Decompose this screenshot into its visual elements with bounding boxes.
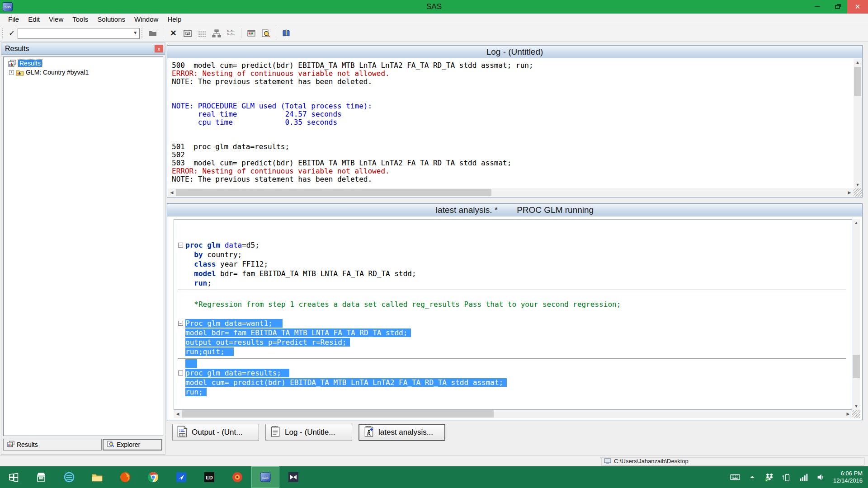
resize-grip[interactable] (852, 410, 860, 418)
code-text: model cum= predict(bdr) EBITDA_TA MTB Ln… (185, 378, 507, 387)
hierarchy-icon[interactable] (211, 28, 222, 39)
submit-check-button[interactable]: ✓ (9, 28, 15, 38)
menu-tools[interactable]: Tools (68, 14, 93, 24)
scroll-left-icon[interactable]: ◀ (168, 189, 176, 196)
scroll-down-icon[interactable]: ▼ (852, 403, 860, 410)
scroll-down-icon[interactable]: ▼ (854, 181, 862, 188)
keyboard-icon[interactable] (730, 472, 740, 482)
code-line[interactable]: model bdr= fam EBITDA_TA MTB LNTA FA_TA … (178, 328, 852, 338)
log-horizontal-scrollbar[interactable]: ◀ ▶ (168, 188, 854, 197)
editor-window-titlebar[interactable]: latest analysis. * PROC GLM running (167, 204, 862, 216)
taskbar-app-sas[interactable]: sas (251, 466, 279, 488)
window-button-log[interactable]: Log - (Untitle... (265, 424, 352, 441)
scroll-left-icon[interactable]: ◀ (174, 410, 182, 418)
taskbar-app-store[interactable] (27, 466, 55, 488)
scroll-right-icon[interactable]: ▶ (845, 189, 854, 196)
code-line[interactable] (178, 231, 852, 240)
panel-close-button[interactable]: x (155, 45, 163, 52)
code-line[interactable]: −proc glm data=d5; (178, 240, 852, 250)
log-vertical-scrollbar[interactable]: ▲ ▼ (854, 59, 862, 188)
taskbar-app-ed[interactable]: ED (195, 466, 223, 488)
results-tree[interactable]: Results+GLM: Country #byval1 (3, 56, 163, 436)
code-line[interactable]: −Proc glm data=want1; (178, 319, 852, 328)
scroll-up-icon[interactable]: ▲ (854, 59, 862, 66)
start-button[interactable] (0, 466, 27, 488)
code-line[interactable]: model bdr= fam EBITDA_TA MTB LNTA FA_TA … (178, 269, 852, 278)
menu-file[interactable]: File (4, 14, 24, 24)
log-content[interactable]: 500 model cum= predict(bdr) EBITDA_TA MT… (168, 59, 854, 188)
scrollbar-thumb[interactable] (853, 355, 860, 378)
code-line[interactable] (178, 309, 852, 319)
taskbar-app-app-blue[interactable] (167, 466, 195, 488)
scrollbar-thumb[interactable] (182, 410, 494, 418)
editor-content[interactable]: −proc glm data=d5; by country; class yea… (174, 220, 852, 397)
window-button-editor[interactable]: latest analysis... (359, 424, 445, 441)
menu-help[interactable]: Help (163, 14, 186, 24)
log-window-titlebar[interactable]: Log - (Untitled) (167, 46, 862, 58)
code-line[interactable]: *Regression from step 1 creates a data s… (178, 300, 852, 309)
close-button[interactable]: ✕ (847, 0, 868, 14)
battery-icon[interactable] (782, 472, 792, 482)
taskbar-app-chrome[interactable] (139, 466, 167, 488)
collapse-toggle-icon[interactable]: − (178, 371, 183, 375)
command-input[interactable]: ▼ (18, 28, 140, 39)
taskbar-app-app-dark[interactable] (279, 466, 307, 488)
menu-window[interactable]: Window (130, 14, 163, 24)
panel-tab-explorer[interactable]: Explorer (103, 439, 162, 450)
resize-grip[interactable] (854, 188, 862, 197)
expand-icon[interactable]: + (9, 70, 14, 75)
minimize-button[interactable] (807, 0, 827, 14)
code-line[interactable]: run; (178, 387, 852, 397)
toolbar-grip2[interactable] (142, 28, 144, 38)
taskbar-app-firefox[interactable] (111, 466, 139, 488)
scroll-right-icon[interactable]: ▶ (844, 410, 852, 418)
volume-icon[interactable] (816, 472, 826, 482)
open-folder-icon[interactable] (147, 28, 159, 39)
title-bar[interactable]: sas SAS ✕ (0, 0, 868, 14)
code-line[interactable] (178, 359, 852, 368)
save-window-icon[interactable] (182, 28, 193, 39)
menu-edit[interactable]: Edit (24, 14, 44, 24)
code-line[interactable]: model cum= predict(bdr) EBITDA_TA MTB Ln… (178, 378, 852, 387)
code-line[interactable] (178, 290, 852, 300)
window-button-output[interactable]: Output - (Unt... (172, 424, 259, 441)
log-window-title: Log - (Untitled) (486, 47, 543, 57)
scrollbar-thumb[interactable] (854, 67, 861, 96)
collapse-toggle-icon[interactable]: − (178, 321, 183, 326)
editor-horizontal-scrollbar[interactable]: ◀ ▶ (174, 410, 852, 418)
code-line[interactable]: run; (178, 278, 852, 288)
chevron-up-icon[interactable] (747, 472, 757, 482)
menu-solutions[interactable]: Solutions (93, 14, 130, 24)
taskbar-app-app-red[interactable] (223, 466, 251, 488)
taskbar-app-file-explorer[interactable] (83, 466, 111, 488)
network-icon[interactable] (799, 472, 809, 482)
results-panel-header[interactable]: Results x (1, 43, 165, 55)
menu-view[interactable]: View (44, 14, 68, 24)
taskbar-app-internet-explorer[interactable] (55, 466, 83, 488)
dropbox-icon[interactable] (764, 472, 774, 482)
tree-item-results[interactable]: Results (5, 59, 161, 68)
code-line[interactable]: output out=results p=Predict r=Resid; (178, 338, 852, 347)
code-line[interactable]: class year FFI12; (178, 259, 852, 269)
help-book-icon[interactable] (280, 28, 292, 39)
new-window-icon[interactable] (245, 28, 257, 39)
panel-tab-results[interactable]: Results (3, 439, 102, 450)
list-properties-icon[interactable]: b–b–b–b– (225, 28, 237, 39)
tree-item-glm-country-byval1[interactable]: +GLM: Country #byval1 (5, 68, 161, 77)
current-folder-box[interactable]: C:\Users\Jahanzaib\Desktop (601, 457, 864, 465)
toolbar-grip[interactable] (2, 28, 4, 38)
scrollbar-thumb[interactable] (176, 189, 491, 196)
delete-x-icon[interactable]: ✕ (167, 28, 179, 39)
chevron-down-icon[interactable]: ▼ (133, 30, 137, 35)
restore-button[interactable] (827, 0, 847, 14)
scroll-up-icon[interactable]: ▲ (852, 219, 860, 226)
code-line[interactable] (178, 221, 852, 231)
taskbar-clock[interactable]: 6:06 PM 12/14/2016 (833, 470, 863, 484)
search-window-icon[interactable] (260, 28, 272, 39)
collapse-toggle-icon[interactable]: − (178, 243, 183, 248)
table-view-icon[interactable] (196, 28, 208, 39)
code-line[interactable]: by country; (178, 250, 852, 259)
editor-vertical-scrollbar[interactable]: ▲ ▼ (852, 219, 860, 410)
code-line[interactable]: −proc glm data=results; (178, 368, 852, 378)
code-line[interactable]: run;quit; (178, 347, 852, 357)
